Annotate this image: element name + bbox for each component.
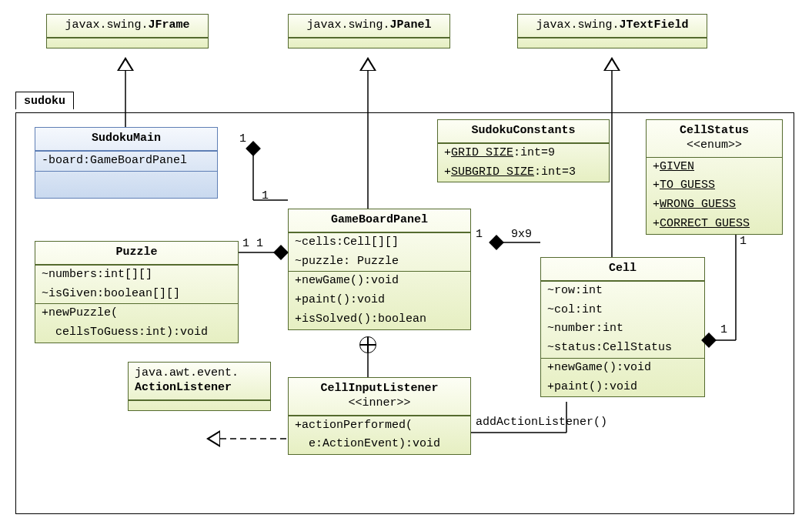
multiplicity-label: 1 [740, 235, 747, 248]
val: +TO_GUESS [647, 176, 782, 195]
attr: +GRID_SIZE:int=9 [438, 143, 609, 163]
val: +WRONG_GUESS [647, 195, 782, 215]
attr: ~isGiven:boolean[][] [35, 285, 238, 304]
class-header: Puzzle [35, 242, 238, 265]
class-cell: Cell ~row:int ~col:int ~number:int ~stat… [540, 257, 705, 397]
attr: +SUBGRID_SIZE:int=3 [438, 163, 609, 182]
class-jpanel: javax.swing.JPanel [288, 14, 450, 48]
attr: ~status:CellStatus [541, 339, 704, 358]
class-header: javax.swing.JPanel [289, 15, 449, 38]
inheritance-arrow-icon [359, 57, 376, 71]
attr: ~row:int [541, 281, 704, 301]
op: +paint():void [541, 378, 704, 397]
empty-section [289, 38, 449, 48]
op: e:ActionEvent):void [289, 435, 470, 454]
inheritance-arrow-icon [603, 57, 620, 71]
class-header: CellInputListener <<inner>> [289, 378, 470, 416]
empty-section [35, 171, 217, 198]
multiplicity-label: 1 [256, 237, 263, 250]
class-jtextfield: javax.swing.JTextField [517, 14, 707, 48]
containment-icon [359, 336, 376, 353]
multiplicity-label: 9x9 [511, 228, 532, 241]
association-label: addActionListener() [476, 416, 607, 429]
class-header: Cell [541, 258, 704, 281]
empty-section [47, 38, 208, 48]
attr: ~number:int [541, 319, 704, 339]
op: +newGame():void [289, 271, 470, 291]
multiplicity-label: 1 [262, 189, 269, 202]
op: +newPuzzle( [35, 303, 238, 323]
val: +GIVEN [647, 158, 782, 177]
attr: ~cells:Cell[][] [289, 232, 470, 252]
class-cellstatus: CellStatus <<enum>> +GIVEN +TO_GUESS +WR… [646, 119, 783, 235]
empty-section [129, 400, 270, 410]
op: +actionPerformed( [289, 416, 470, 436]
class-header: CellStatus <<enum>> [647, 120, 782, 158]
attr: ~numbers:int[][] [35, 265, 238, 285]
attr: -board:GameBoardPanel [35, 151, 217, 171]
val: +CORRECT_GUESS [647, 215, 782, 234]
class-puzzle: Puzzle ~numbers:int[][] ~isGiven:boolean… [35, 241, 239, 343]
class-header: SudokuMain [35, 128, 217, 151]
class-actionlistener: java.awt.event. ActionListener [128, 362, 271, 411]
attr: ~col:int [541, 301, 704, 320]
class-header: java.awt.event. ActionListener [129, 363, 270, 400]
class-jframe: javax.swing.JFrame [46, 14, 209, 48]
class-header: GameBoardPanel [289, 209, 470, 232]
package-tab: sudoku [15, 92, 74, 109]
empty-section [518, 38, 707, 48]
multiplicity-label: 1 [239, 132, 246, 145]
class-cellinputlistener: CellInputListener <<inner>> +actionPerfo… [288, 377, 471, 455]
class-sudokuconstants: SudokuConstants +GRID_SIZE:int=9 +SUBGRI… [437, 119, 610, 182]
op: +paint():void [289, 291, 470, 310]
inheritance-arrow-icon [117, 57, 134, 71]
multiplicity-label: 1 [242, 237, 249, 250]
multiplicity-label: 1 [476, 228, 483, 241]
op: +isSolved():boolean [289, 310, 470, 329]
realization-arrow-icon [206, 430, 220, 447]
op: cellsToGuess:int):void [35, 323, 238, 343]
class-header: SudokuConstants [438, 120, 609, 143]
package-name: sudoku [24, 95, 65, 108]
multiplicity-label: 1 [720, 323, 727, 336]
attr: ~puzzle: Puzzle [289, 252, 470, 272]
class-gameboardpanel: GameBoardPanel ~cells:Cell[][] ~puzzle: … [288, 209, 471, 330]
class-header: javax.swing.JFrame [47, 15, 208, 38]
class-header: javax.swing.JTextField [518, 15, 707, 38]
op: +newGame():void [541, 358, 704, 378]
class-sudokumain: SudokuMain -board:GameBoardPanel [35, 127, 218, 199]
